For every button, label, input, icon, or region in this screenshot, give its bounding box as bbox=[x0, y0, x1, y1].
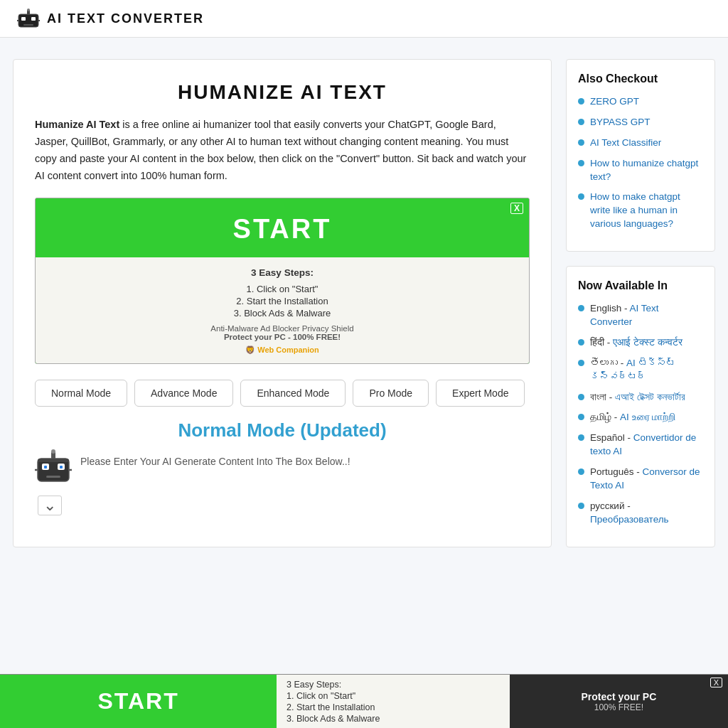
svg-rect-17 bbox=[60, 466, 63, 469]
also-checkout-item: ZERO GPT bbox=[578, 95, 703, 109]
also-checkout-heading: Also Checkout bbox=[578, 73, 703, 85]
now-available-heading: Now Available In bbox=[578, 279, 703, 292]
now-available-item: বাংলা - এআই টেক্সট কনভার্টার bbox=[578, 391, 703, 405]
description-text: Humanize AI Text is a free online ai hum… bbox=[35, 117, 530, 185]
language-label: বাংলা - এআই টেক্সট কনভার্টার bbox=[590, 391, 685, 405]
page-heading: HUMANIZE AI TEXT bbox=[35, 81, 530, 104]
svg-rect-18 bbox=[38, 459, 69, 462]
mode-button-normal[interactable]: Normal Mode bbox=[35, 380, 127, 407]
svg-point-5 bbox=[27, 9, 30, 11]
ad-brand-icon: 🦁 bbox=[245, 346, 255, 354]
bullet-dot bbox=[578, 503, 584, 509]
svg-rect-2 bbox=[31, 17, 36, 21]
now-available-links: English - AI Text Converterहिंदी - एआई ट… bbox=[578, 302, 703, 527]
ad-banner: START X 3 Easy Steps: 1. Click on "Start… bbox=[35, 198, 530, 364]
mode-button-expert[interactable]: Expert Mode bbox=[436, 380, 525, 407]
also-checkout-link[interactable]: BYPASS GPT bbox=[590, 116, 651, 129]
language-link[interactable]: এআই টেক্সট কনভার্টার bbox=[615, 392, 685, 402]
bullet-dot bbox=[578, 160, 584, 166]
bullet-dot bbox=[578, 414, 584, 420]
bullet-dot bbox=[578, 339, 584, 346]
also-checkout-card: Also Checkout ZERO GPTBYPASS GPTAI Text … bbox=[566, 59, 715, 252]
now-available-card: Now Available In English - AI Text Conve… bbox=[566, 266, 715, 547]
logo-text: AI TEXT CONVERTER bbox=[47, 11, 204, 26]
also-checkout-item: AI Text Classifier bbox=[578, 136, 703, 150]
language-label: தமிழ் - AI உரை மாற்றி bbox=[590, 411, 675, 424]
description-strong: Humanize AI Text bbox=[35, 119, 119, 130]
also-checkout-link[interactable]: How to humanize chatgpt text? bbox=[590, 157, 703, 184]
mode-button-advance[interactable]: Advance Mode bbox=[134, 380, 233, 407]
header: AI TEXT CONVERTER bbox=[0, 0, 728, 38]
now-available-item: Português - Conversor de Texto AI bbox=[578, 466, 703, 493]
bullet-dot bbox=[578, 305, 584, 311]
language-label: हिंदी - एआई टेक्स्ट कन्वर्टर bbox=[590, 336, 682, 350]
sidebar: Also Checkout ZERO GPTBYPASS GPTAI Text … bbox=[566, 59, 715, 547]
language-link[interactable]: Преобразователь bbox=[590, 514, 669, 525]
now-available-item: русский - Преобразователь bbox=[578, 500, 703, 527]
now-available-item: Español - Convertidor de texto AI bbox=[578, 432, 703, 459]
language-link[interactable]: AI Text Converter bbox=[590, 303, 659, 327]
also-checkout-link[interactable]: How to make chatgpt write like a human i… bbox=[590, 191, 703, 231]
ad-step-2: 2. Start the Installation bbox=[50, 296, 515, 306]
ad-banner-top: START X bbox=[36, 198, 529, 257]
ad-brand-name: Web Companion bbox=[257, 346, 319, 354]
mode-buttons: Normal ModeAdvance ModeEnhanced ModePro … bbox=[35, 380, 530, 407]
ad-close-button[interactable]: X bbox=[510, 203, 523, 214]
language-label: Español - Convertidor de texto AI bbox=[590, 432, 703, 459]
language-link[interactable]: AI உரை மாற்றி bbox=[620, 412, 675, 422]
bullet-dot bbox=[578, 139, 584, 146]
robot-description: Please Enter Your AI Generate Content In… bbox=[80, 449, 350, 467]
ad-sub-normal: Anti-Malware Ad Blocker Privacy Shield bbox=[210, 324, 353, 333]
bullet-dot bbox=[578, 360, 584, 366]
ad-step-3: 3. Block Ads & Malware bbox=[50, 308, 515, 318]
also-checkout-item: How to humanize chatgpt text? bbox=[578, 157, 703, 184]
ad-banner-bottom: 3 Easy Steps: 1. Click on "Start" 2. Sta… bbox=[36, 257, 529, 363]
svg-rect-11 bbox=[46, 476, 60, 478]
language-label: Português - Conversor de Texto AI bbox=[590, 466, 703, 493]
now-available-item: हिंदी - एआई टेक्स्ट कन्वर्टर bbox=[578, 336, 703, 350]
language-link[interactable]: AI టెక్స్ట్ కన్వర్టర్ bbox=[590, 358, 675, 382]
bullet-dot bbox=[578, 394, 584, 400]
now-available-item: తెలుగు - AI టెక్స్ట్ కన్వర్టర్ bbox=[578, 357, 703, 384]
robot-row: Please Enter Your AI Generate Content In… bbox=[35, 449, 530, 486]
language-link[interactable]: एआई टेक्स्ट कन्वर्टर bbox=[613, 337, 682, 348]
bullet-dot bbox=[578, 434, 584, 441]
robot-icon bbox=[35, 449, 72, 486]
mode-button-pro[interactable]: Pro Mode bbox=[353, 380, 429, 407]
bullet-dot bbox=[578, 193, 584, 200]
ad-sub-text: Anti-Malware Ad Blocker Privacy Shield P… bbox=[50, 324, 515, 341]
svg-point-13 bbox=[51, 449, 55, 454]
svg-rect-1 bbox=[21, 17, 26, 21]
ad-start-text[interactable]: START bbox=[43, 214, 522, 245]
bullet-dot bbox=[578, 98, 584, 105]
also-checkout-link[interactable]: AI Text Classifier bbox=[590, 136, 661, 150]
content-area: HUMANIZE AI TEXT Humanize AI Text is a f… bbox=[13, 59, 552, 547]
logo[interactable]: AI TEXT CONVERTER bbox=[17, 9, 204, 28]
language-label: English - AI Text Converter bbox=[590, 302, 703, 329]
ad-brand: 🦁 Web Companion bbox=[50, 346, 515, 355]
bullet-dot bbox=[578, 469, 584, 475]
now-available-item: English - AI Text Converter bbox=[578, 302, 703, 329]
ad-step-1: 1. Click on "Start" bbox=[50, 284, 515, 294]
language-link[interactable]: Convertidor de texto AI bbox=[590, 432, 696, 456]
language-label: తెలుగు - AI టెక్స్ట్ కన్వర్టర్ bbox=[590, 357, 703, 384]
scroll-indicator: ⌄ bbox=[35, 496, 530, 515]
language-label: русский - Преобразователь bbox=[590, 500, 703, 527]
ad-sub-bold: Protect your PC - 100% FREE! bbox=[224, 333, 341, 341]
also-checkout-item: BYPASS GPT bbox=[578, 116, 703, 129]
language-link[interactable]: Conversor de Texto AI bbox=[590, 466, 700, 491]
scroll-down-button[interactable]: ⌄ bbox=[38, 496, 62, 515]
mode-button-enhanced[interactable]: Enhanced Mode bbox=[240, 380, 346, 407]
svg-rect-16 bbox=[44, 466, 47, 469]
ad-steps-title: 3 Easy Steps: bbox=[50, 267, 515, 278]
logo-icon bbox=[17, 9, 40, 28]
also-checkout-link[interactable]: ZERO GPT bbox=[590, 95, 639, 109]
also-checkout-links: ZERO GPTBYPASS GPTAI Text ClassifierHow … bbox=[578, 95, 703, 231]
also-checkout-item: How to make chatgpt write like a human i… bbox=[578, 191, 703, 231]
mode-title: Normal Mode (Updated) bbox=[35, 419, 530, 441]
svg-rect-3 bbox=[23, 24, 33, 26]
bullet-dot bbox=[578, 119, 584, 125]
now-available-item: தமிழ் - AI உரை மாற்றி bbox=[578, 411, 703, 424]
main-layout: HUMANIZE AI TEXT Humanize AI Text is a f… bbox=[1, 59, 727, 547]
